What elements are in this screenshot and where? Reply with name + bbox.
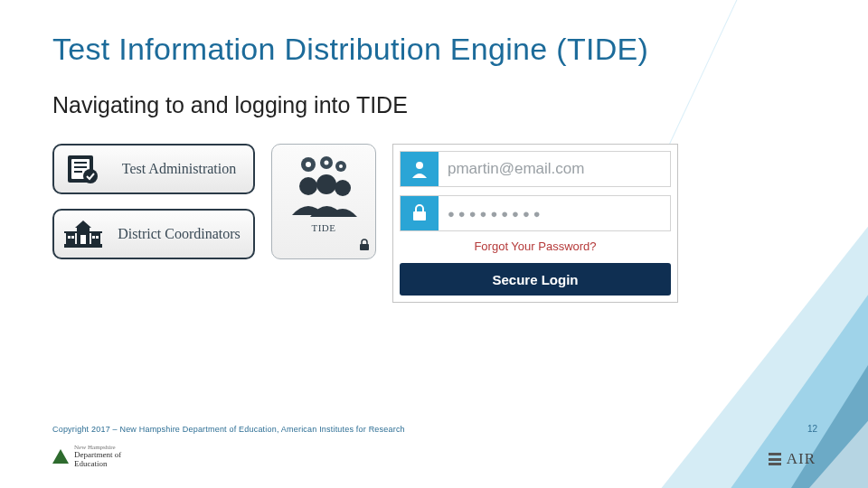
nav-label: Test Administration [114,161,244,177]
svg-rect-20 [92,236,95,239]
nav-column: Test Administration [52,144,255,259]
svg-point-9 [83,169,98,183]
svg-point-29 [316,174,336,194]
svg-rect-18 [68,236,71,239]
password-field[interactable]: ●●●●●●●●● [400,195,671,231]
tide-tile-label: TIDE [311,222,335,233]
secure-login-button[interactable]: Secure Login [400,263,671,296]
page-title: Test Information Distribution Engine (TI… [52,31,816,67]
lock-icon [401,196,439,230]
svg-rect-17 [80,235,86,244]
svg-rect-31 [360,244,369,250]
svg-point-25 [306,162,311,167]
district-coordinators-button[interactable]: District Coordinators [52,209,255,259]
test-administration-button[interactable]: Test Administration [52,144,255,194]
svg-rect-15 [64,231,77,233]
forgot-password-link[interactable]: Forgot Your Password? [400,239,671,255]
slide-number: 12 [807,424,817,434]
svg-rect-16 [90,231,102,233]
svg-rect-33 [413,211,426,221]
content-row: Test Administration [52,144,816,303]
email-placeholder: pmartin@email.com [439,152,670,186]
password-masked: ●●●●●●●●● [439,196,670,230]
svg-marker-14 [75,221,91,228]
svg-point-30 [335,180,351,196]
svg-rect-10 [64,244,102,248]
nh-doe-label: New Hampshire Department of Education [74,445,121,468]
column-bars-icon [769,453,781,465]
nav-label: District Coordinators [114,226,244,242]
copyright-text: Copyright 2017 – New Hampshire Departmen… [52,425,405,434]
svg-point-32 [416,162,423,169]
air-label: AIR [787,450,816,468]
air-logo: AIR [769,450,816,468]
svg-point-27 [339,164,343,168]
clipboard-check-icon [61,150,105,188]
school-building-icon [61,215,105,253]
svg-point-26 [325,161,329,165]
email-field[interactable]: pmartin@email.com [400,151,671,187]
page-subtitle: Navigating to and logging into TIDE [52,92,816,118]
tree-icon [52,449,69,464]
slide: Test Information Distribution Engine (TI… [0,0,868,488]
svg-rect-19 [71,236,74,239]
login-panel: pmartin@email.com ●●●●●●●●● Forgot Your … [392,144,678,303]
lock-icon [359,239,370,255]
svg-point-28 [299,177,317,195]
svg-rect-21 [96,236,99,239]
people-gears-icon [285,154,363,219]
nh-line3: Education [74,460,121,468]
footer-logo-left: New Hampshire Department of Education [52,445,121,468]
tide-tile[interactable]: TIDE [271,144,376,259]
person-icon [401,152,439,186]
